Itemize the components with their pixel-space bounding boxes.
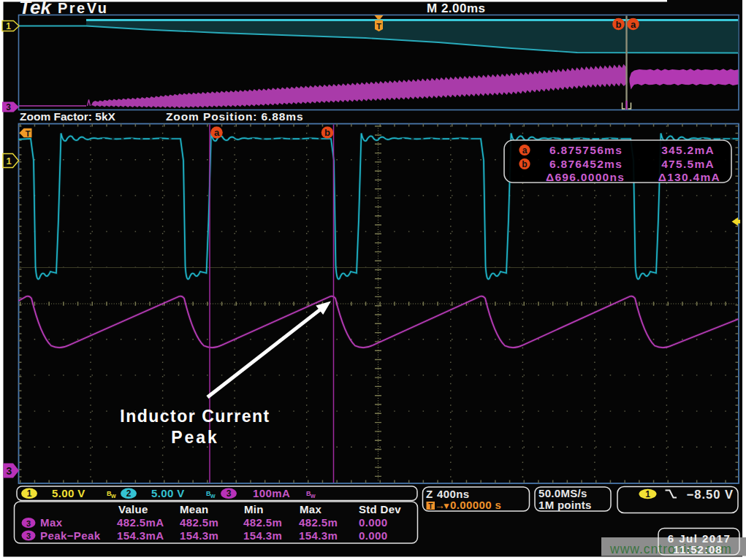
svg-text:Value: Value — [118, 503, 148, 515]
svg-text:5.00 V: 5.00 V — [52, 487, 85, 499]
svg-text:Zoom Position: 6.88ms: Zoom Position: 6.88ms — [166, 110, 304, 123]
svg-text:0.00000 s: 0.00000 s — [450, 499, 501, 511]
svg-text:Peak: Peak — [171, 428, 219, 447]
svg-text:Inductor Current: Inductor Current — [120, 407, 270, 426]
svg-text:50.0MS/s: 50.0MS/s — [538, 487, 587, 499]
svg-text:M 2.00ms: M 2.00ms — [427, 1, 486, 15]
svg-text:154.3m: 154.3m — [299, 529, 338, 542]
svg-text:a: a — [522, 145, 528, 156]
svg-text:154.3m: 154.3m — [243, 529, 282, 542]
svg-text:T: T — [26, 129, 31, 138]
svg-text:Mean: Mean — [180, 503, 209, 515]
svg-text:Max: Max — [300, 503, 321, 515]
svg-text:100mA: 100mA — [253, 487, 290, 499]
svg-text:3: 3 — [7, 465, 12, 477]
svg-text:PreVu: PreVu — [58, 0, 109, 16]
svg-text:482.5m: 482.5m — [299, 516, 338, 529]
svg-text:Δ696.0000ns: Δ696.0000ns — [546, 171, 625, 183]
svg-text:b: b — [324, 127, 330, 138]
svg-text:Δ130.4mA: Δ130.4mA — [658, 171, 720, 183]
svg-text:1: 1 — [645, 489, 650, 499]
svg-text:Std Dev: Std Dev — [359, 503, 401, 515]
svg-text:W: W — [210, 494, 216, 499]
svg-text:W: W — [311, 494, 316, 499]
svg-text:T: T — [428, 502, 433, 510]
svg-text:a: a — [214, 127, 220, 138]
svg-text:b: b — [616, 19, 622, 30]
svg-text:5.00 V: 5.00 V — [151, 487, 185, 499]
svg-text:Peak−Peak: Peak−Peak — [40, 529, 101, 542]
svg-text:154.3m: 154.3m — [180, 529, 218, 542]
svg-text:3: 3 — [26, 532, 31, 540]
svg-text:482.5m: 482.5m — [243, 516, 282, 529]
svg-text:11:52:08: 11:52:08 — [673, 543, 722, 556]
svg-text:1M points: 1M points — [538, 499, 592, 511]
svg-text:482.5m: 482.5m — [180, 516, 218, 529]
svg-text:Z: Z — [426, 488, 433, 500]
svg-text:3: 3 — [227, 488, 232, 499]
svg-text:3: 3 — [26, 519, 31, 528]
svg-text:1: 1 — [27, 488, 32, 499]
svg-text:154.3mA: 154.3mA — [117, 529, 164, 542]
svg-text:−8.50 V: −8.50 V — [687, 488, 734, 501]
svg-text:T: T — [376, 22, 381, 31]
svg-text:6.875756ms: 6.875756ms — [549, 144, 623, 156]
svg-text:3: 3 — [6, 102, 11, 112]
svg-text:1: 1 — [6, 156, 11, 166]
svg-text:345.2mA: 345.2mA — [661, 144, 715, 156]
svg-text:a: a — [631, 19, 636, 30]
svg-text:Zoom Factor: 5kX: Zoom Factor: 5kX — [20, 110, 116, 123]
svg-text:0.000: 0.000 — [359, 529, 388, 542]
svg-text:482.5mA: 482.5mA — [117, 516, 164, 529]
svg-text:6.876452ms: 6.876452ms — [549, 158, 623, 170]
svg-text:1: 1 — [6, 21, 11, 31]
svg-text:2: 2 — [126, 488, 132, 499]
svg-text:W: W — [111, 494, 116, 499]
svg-text:Max: Max — [40, 516, 63, 529]
svg-text:0.000: 0.000 — [359, 516, 388, 529]
svg-text:475.5mA: 475.5mA — [661, 158, 715, 170]
svg-text:Min: Min — [244, 503, 264, 515]
svg-text:b: b — [522, 159, 527, 169]
